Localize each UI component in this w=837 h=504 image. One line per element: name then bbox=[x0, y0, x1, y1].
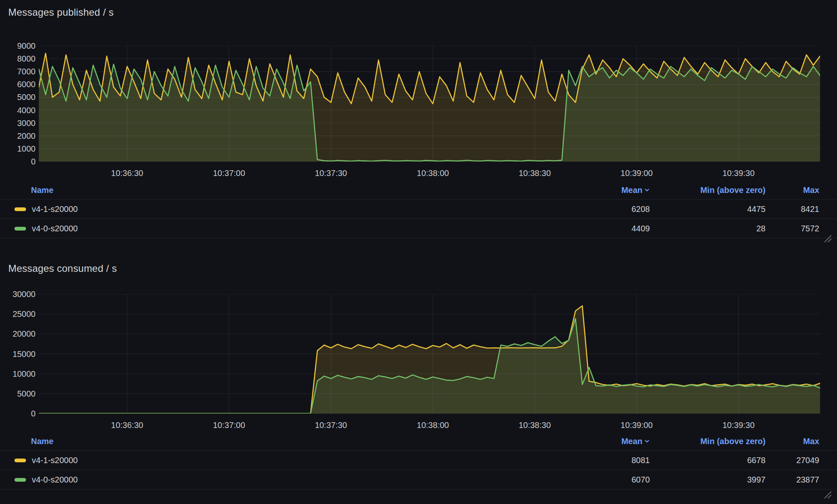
stat-mean-value: 6208 bbox=[580, 204, 650, 214]
y-axis-tick-label: 3000 bbox=[2, 118, 36, 128]
panel-messages-published: Messages published / s Name Mean Min (ab… bbox=[0, 0, 837, 248]
stat-max-value: 27049 bbox=[766, 456, 819, 465]
x-axis-tick-label: 10:38:30 bbox=[506, 420, 564, 430]
x-axis-tick-label: 10:37:30 bbox=[302, 168, 360, 178]
y-axis-tick-label: 9000 bbox=[2, 41, 36, 51]
panel-messages-consumed: Messages consumed / s Name Mean Min (abo… bbox=[0, 256, 837, 504]
legend-header-name[interactable]: Name bbox=[14, 185, 580, 195]
series-name[interactable]: v4-1-s20000 bbox=[32, 456, 78, 465]
y-axis-tick-label: 2000 bbox=[2, 131, 36, 141]
y-axis-tick-label: 6000 bbox=[2, 79, 36, 89]
y-axis-tick-label: 4000 bbox=[2, 105, 36, 115]
stat-min-value: 28 bbox=[650, 224, 766, 233]
y-axis-tick-label: 0 bbox=[2, 157, 36, 166]
y-axis-tick-label: 10000 bbox=[2, 369, 36, 379]
stat-max-value: 8421 bbox=[766, 204, 819, 214]
legend-table: Name Mean Min (above zero) Max v4-1-s200… bbox=[0, 181, 837, 238]
chevron-down-icon bbox=[644, 185, 650, 195]
x-axis-tick-label: 10:38:00 bbox=[404, 168, 462, 178]
series-color-swatch[interactable] bbox=[14, 207, 26, 211]
y-axis-tick-label: 1000 bbox=[2, 144, 36, 154]
chevron-down-icon bbox=[644, 437, 650, 446]
legend-header-min[interactable]: Min (above zero) bbox=[650, 185, 766, 195]
legend-table: Name Mean Min (above zero) Max v4-1-s200… bbox=[0, 433, 837, 490]
panel-resize-handle[interactable] bbox=[823, 490, 832, 499]
legend-header-max[interactable]: Max bbox=[766, 185, 819, 195]
legend-header-name[interactable]: Name bbox=[14, 437, 580, 446]
x-axis-tick-label: 10:36:30 bbox=[98, 420, 156, 430]
timeseries-plot-consumed[interactable] bbox=[39, 294, 820, 414]
x-axis-tick-label: 10:38:00 bbox=[404, 420, 462, 430]
y-axis-tick-label: 8000 bbox=[2, 54, 36, 64]
x-axis-tick-label: 10:39:00 bbox=[608, 168, 666, 178]
y-axis-tick-label: 0 bbox=[2, 409, 36, 418]
stat-min-value: 4475 bbox=[650, 204, 766, 214]
x-axis-tick-label: 10:37:00 bbox=[200, 168, 258, 178]
stat-min-value: 3997 bbox=[650, 475, 766, 485]
x-axis-tick-label: 10:39:30 bbox=[710, 420, 768, 430]
legend-row: v4-1-s200008081667827049 bbox=[0, 451, 837, 470]
x-axis-tick-label: 10:39:00 bbox=[608, 420, 666, 430]
series-color-swatch[interactable] bbox=[14, 478, 26, 482]
legend-header-max[interactable]: Max bbox=[766, 437, 819, 446]
series-color-swatch[interactable] bbox=[14, 459, 26, 462]
stat-min-value: 6678 bbox=[650, 456, 766, 465]
x-axis-tick-label: 10:37:00 bbox=[200, 420, 258, 430]
legend-row: v4-1-s20000620844758421 bbox=[0, 200, 837, 219]
series-name[interactable]: v4-0-s20000 bbox=[32, 224, 78, 233]
panel-title[interactable]: Messages consumed / s bbox=[8, 262, 117, 275]
stat-max-value: 7572 bbox=[766, 224, 819, 233]
stat-mean-value: 4409 bbox=[580, 224, 650, 233]
stat-max-value: 23877 bbox=[766, 475, 819, 485]
legend-header-min[interactable]: Min (above zero) bbox=[650, 437, 766, 446]
legend-header-mean-label: Mean bbox=[621, 437, 642, 446]
legend-row: v4-0-s200006070399723877 bbox=[0, 470, 837, 490]
legend-header-mean[interactable]: Mean bbox=[580, 185, 650, 195]
stat-mean-value: 8081 bbox=[580, 456, 650, 465]
x-axis-tick-label: 10:38:30 bbox=[506, 168, 564, 178]
y-axis-tick-label: 5000 bbox=[2, 389, 36, 399]
timeseries-plot-published[interactable] bbox=[39, 46, 820, 162]
stat-mean-value: 6070 bbox=[580, 475, 650, 485]
x-axis-tick-label: 10:36:30 bbox=[98, 168, 156, 178]
series-color-swatch[interactable] bbox=[14, 227, 26, 231]
legend-header-row: Name Mean Min (above zero) Max bbox=[0, 181, 837, 200]
x-axis-tick-label: 10:37:30 bbox=[302, 420, 360, 430]
y-axis-tick-label: 30000 bbox=[2, 289, 36, 299]
y-axis-tick-label: 20000 bbox=[2, 329, 36, 339]
legend-row: v4-0-s200004409287572 bbox=[0, 219, 837, 238]
y-axis-tick-label: 25000 bbox=[2, 309, 36, 319]
y-axis-tick-label: 5000 bbox=[2, 92, 36, 102]
panel-resize-handle[interactable] bbox=[823, 234, 832, 243]
panel-title[interactable]: Messages published / s bbox=[8, 6, 114, 19]
series-name[interactable]: v4-0-s20000 bbox=[32, 475, 78, 485]
y-axis-tick-label: 7000 bbox=[2, 67, 36, 76]
legend-header-row: Name Mean Min (above zero) Max bbox=[0, 433, 837, 451]
legend-header-mean-label: Mean bbox=[621, 185, 642, 195]
legend-header-mean[interactable]: Mean bbox=[580, 437, 650, 446]
y-axis-tick-label: 15000 bbox=[2, 349, 36, 359]
x-axis-tick-label: 10:39:30 bbox=[710, 168, 768, 178]
series-name[interactable]: v4-1-s20000 bbox=[32, 204, 78, 214]
